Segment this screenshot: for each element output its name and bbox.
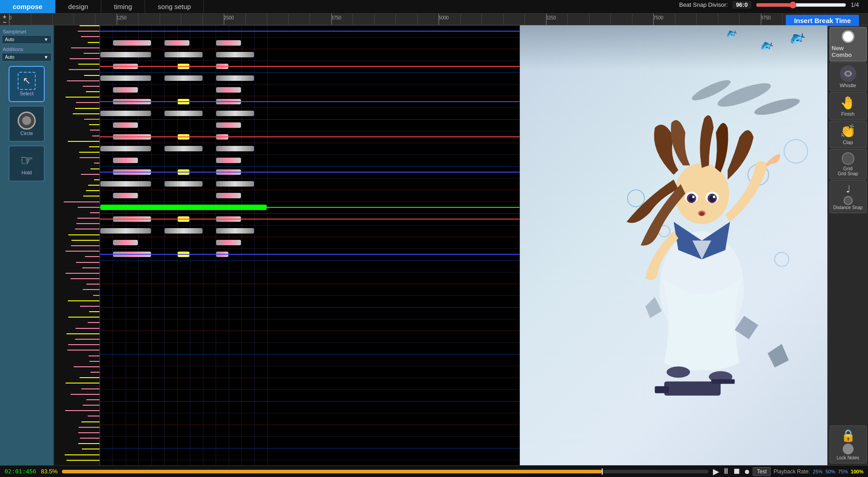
note-block[interactable] (216, 87, 241, 93)
tool-circle[interactable]: Circle (9, 106, 45, 142)
finish-label: Finish (841, 111, 854, 117)
note-block[interactable] (216, 40, 241, 46)
tool-select[interactable]: ↖ Select (9, 66, 45, 102)
tool-hold[interactable]: ☞ Hold (9, 145, 45, 182)
finish-button[interactable]: 🤚 Finish (830, 92, 867, 120)
test-button[interactable]: Test (753, 467, 771, 476)
note-block[interactable] (216, 240, 241, 245)
note-block[interactable] (216, 228, 254, 234)
distance-snap-button[interactable]: ♩ Distance Snap (830, 180, 867, 213)
finish-icon: 🤚 (840, 95, 856, 110)
progress-bar[interactable] (62, 470, 708, 473)
note-block[interactable] (216, 181, 254, 187)
sampleset-dropdown[interactable]: Auto ▼ (2, 35, 52, 44)
new-combo-button[interactable]: New Combo (830, 27, 867, 61)
circle-label: Circle (20, 131, 33, 136)
bottom-bar: 02:01:456 83.5% ▶ ⏸ ⏹ ⏺ Test Playback Ra… (0, 465, 868, 477)
time-display: 02:01:456 (5, 468, 36, 475)
note-block[interactable] (113, 122, 138, 128)
progress-bar-fill (62, 470, 602, 473)
note-block[interactable] (165, 75, 202, 81)
note-block[interactable] (113, 158, 138, 163)
tab-timing[interactable]: timing (101, 0, 145, 13)
beat-snap-fraction: 1/4 (851, 1, 859, 8)
beat-snap-slider[interactable] (756, 1, 846, 9)
note-block[interactable] (216, 158, 241, 163)
note-block[interactable] (216, 75, 254, 81)
svg-point-17 (713, 196, 715, 198)
svg-marker-26 (646, 297, 662, 318)
svg-point-7 (784, 140, 807, 163)
grid-snap-button[interactable]: Grid Grid Snap (830, 149, 867, 179)
note-block[interactable] (100, 181, 151, 187)
rate-25-button[interactable]: 25% (813, 469, 823, 474)
whistle-icon (840, 65, 856, 82)
timeline-ruler[interactable]: + − 0125025003750500062507500875010000 I… (0, 14, 868, 25)
clap-label: Clap (843, 140, 853, 145)
svg-point-28 (846, 72, 850, 75)
svg-point-6 (775, 253, 789, 267)
note-block[interactable] (100, 146, 151, 151)
stop-button[interactable]: ⏹ (733, 467, 741, 476)
whistle-label: Whistle (840, 83, 856, 88)
rate-100-button[interactable]: 100% (851, 469, 863, 474)
circle-icon (18, 112, 36, 130)
lock-notes-label: Lock Notes (836, 455, 859, 460)
ruler-bar[interactable]: 0125025003750500062507500875010000 (9, 14, 868, 25)
record-button[interactable]: ⏺ (744, 468, 750, 475)
note-block[interactable] (100, 52, 151, 57)
distance-snap-radio (844, 196, 853, 205)
grid-snap-icon (842, 152, 854, 165)
note-block[interactable] (216, 193, 241, 198)
lock-notes-button[interactable]: 🔒 Lock Notes (830, 426, 867, 463)
tab-design[interactable]: design (56, 0, 101, 13)
note-block[interactable] (216, 122, 241, 128)
note-block[interactable] (165, 181, 202, 187)
tab-compose[interactable]: compose (0, 0, 56, 13)
playback-controls: ▶ ⏸ ⏹ ⏺ Test Playback Rate: 25% 50% 75% … (713, 467, 863, 477)
anime-girl-svg (580, 25, 815, 465)
svg-point-3 (627, 190, 644, 206)
clap-button[interactable]: 👏 Clap (830, 121, 867, 148)
note-block[interactable] (113, 193, 138, 198)
notes-grid[interactable] (99, 25, 520, 465)
note-block[interactable] (100, 75, 151, 81)
note-block[interactable] (165, 111, 202, 116)
lock-notes-icon: 🔒 (841, 429, 855, 443)
additions-label: Additions (2, 47, 52, 52)
sampleset-chevron: ▼ (44, 37, 48, 42)
rate-75-button[interactable]: 75% (838, 469, 848, 474)
svg-marker-25 (735, 316, 758, 339)
play-button[interactable]: ▶ (713, 467, 719, 477)
note-block[interactable] (100, 228, 151, 234)
whistle-button[interactable]: Whistle (830, 62, 867, 91)
svg-rect-24 (711, 379, 735, 383)
insert-break-time-button[interactable]: Insert Break Time (786, 15, 859, 26)
note-block[interactable] (113, 87, 138, 93)
note-block[interactable] (113, 40, 151, 46)
note-block[interactable] (165, 52, 202, 57)
note-block[interactable] (165, 228, 202, 234)
background-illustration-area: 🐟 🐟 🐟 (520, 25, 827, 465)
lock-notes-radio (843, 444, 854, 454)
note-block[interactable] (113, 240, 138, 245)
note-block[interactable] (216, 146, 254, 151)
note-block[interactable] (216, 52, 254, 57)
zoom-out-btn[interactable]: − (3, 19, 6, 25)
svg-point-13 (692, 196, 694, 198)
additions-dropdown[interactable]: Auto ▼ (2, 53, 52, 61)
topbar: compose design timing song setup Beat Sn… (0, 0, 868, 14)
note-block[interactable] (216, 111, 254, 116)
hold-label: Hold (22, 170, 32, 175)
note-block[interactable] (165, 146, 202, 151)
rate-50-button[interactable]: 50% (826, 469, 835, 474)
grid-snap-label: Grid (843, 166, 853, 171)
tab-song-setup[interactable]: song setup (145, 0, 204, 13)
pause-button[interactable]: ⏸ (722, 467, 730, 476)
waveform-column (54, 25, 99, 465)
additions-value: Auto (5, 55, 14, 60)
svg-marker-27 (768, 344, 789, 367)
note-block[interactable] (165, 40, 189, 46)
note-block[interactable] (100, 111, 151, 116)
svg-point-1 (753, 95, 801, 118)
